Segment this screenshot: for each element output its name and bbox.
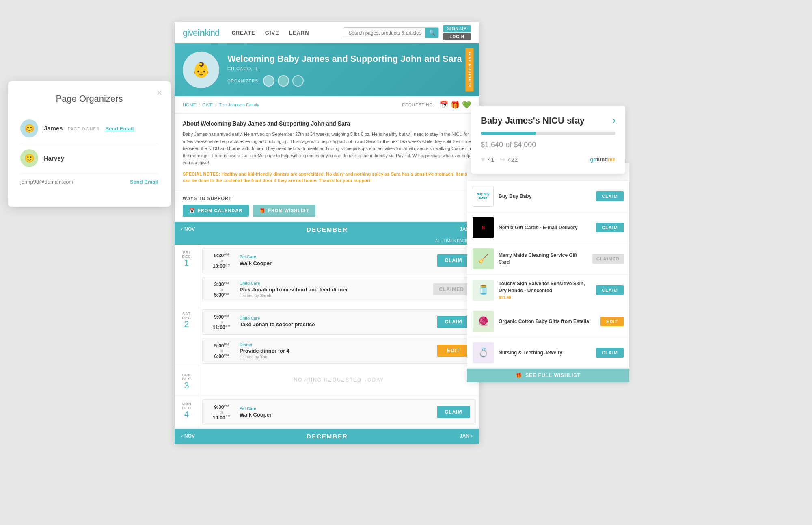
breadcrumb-give[interactable]: GIVE: [202, 102, 213, 107]
send-email-james[interactable]: Send Email: [105, 126, 134, 132]
claim-button-1[interactable]: CLAIM: [437, 254, 470, 267]
wishlist-claim-btn-2[interactable]: CLAIM: [596, 223, 624, 232]
wishlist-item-name-2: Netflix Gift Cards - E-mail Delivery: [499, 224, 591, 231]
gfm-chevron-icon[interactable]: ›: [613, 115, 615, 126]
logo: giveinkind: [183, 28, 219, 38]
organizer-row-james: 😊 James PAGE OWNER Send Email: [20, 114, 158, 143]
gfm-logo-me: me: [608, 156, 615, 163]
day-row-3: SUNDEC 3 NOTHING REQUESTED TODAY: [175, 367, 479, 396]
event-category-4: Dinner: [240, 343, 432, 347]
heart-icon: 💚: [462, 100, 471, 109]
breadcrumb-sep-2: /: [215, 102, 216, 107]
claim-button-2[interactable]: CLAIM: [437, 316, 470, 328]
nav-create[interactable]: CREATE: [231, 30, 255, 36]
wishlist-item-name-1: Buy Buy Baby: [499, 193, 591, 200]
wishlist-edit-btn-5[interactable]: EDIT: [600, 317, 624, 326]
event-claimed-by-4: claimed by You: [240, 355, 432, 359]
time-start-2: 3:30PM: [208, 281, 235, 287]
wishlist-panel: WISHLIST JAN › buy buyBABY Buy Buy Baby …: [467, 163, 629, 382]
organizers-modal: ✕ Page Organizers 😊 James PAGE OWNER Sen…: [8, 81, 171, 207]
cal-month: DECEMBER: [307, 226, 348, 233]
event-category-1: Pet Care: [240, 255, 432, 259]
login-button[interactable]: LOGIN: [443, 33, 471, 40]
organizer-row-jenn: jennp98@domain.com Send Email: [20, 173, 158, 191]
wishlist-claim-btn-6[interactable]: CLAIM: [596, 348, 624, 358]
gfm-shares: ↪ 422: [500, 156, 518, 163]
nav-actions: SIGN-UP LOGIN: [443, 25, 471, 40]
event-time-5: 9:30PM to 10:00AM: [208, 404, 235, 421]
feedback-tab[interactable]: GIVE FEEDBACK: [465, 48, 473, 91]
event-time-3: 9:00AM to 11:00AM: [208, 314, 235, 330]
event-details-5: Pet Care Walk Cooper: [240, 406, 432, 418]
event-details-4: Dinner Provide dinner for 4 claimed by Y…: [240, 343, 432, 359]
see-full-wishlist-button[interactable]: 🎁 SEE FULL WISHLIST: [467, 369, 629, 382]
wishlist-item-name-4: Touchy Skin Salve for Sensitive Skin, Dr…: [499, 280, 591, 294]
organizers-label: ORGANIZERS:: [227, 79, 260, 83]
nothing-today: NOTHING REQUESTED TODAY: [202, 371, 476, 389]
breadcrumb-family[interactable]: The Johnson Family: [219, 102, 259, 107]
wishlist-thumb-4: 🫙: [473, 280, 494, 301]
wishlist-thumb-2: N: [473, 217, 494, 238]
requesting-label: REQUESTING:: [402, 103, 434, 107]
day-row-1: FRIDEC 1 9:30AM to 10:00AM Pet Care Walk…: [175, 245, 479, 306]
signup-button[interactable]: SIGN-UP: [443, 25, 471, 32]
time-end-1: 10:00AM: [208, 263, 235, 269]
from-wishlist-button[interactable]: 🎁 FROM WISHLIST: [253, 205, 315, 217]
special-notes-label: SPECIAL NOTES:: [183, 171, 220, 176]
wishlist-claim-btn-4[interactable]: CLAIM: [596, 285, 624, 295]
event-title-4: Provide dinner for 4: [240, 348, 432, 354]
modal-close-button[interactable]: ✕: [156, 89, 162, 98]
time-sep-5: to: [208, 410, 235, 414]
avatar-1: [263, 75, 274, 87]
gfm-goal: $4,000: [514, 141, 536, 149]
claim-button-4[interactable]: CLAIM: [437, 406, 470, 418]
special-notes: SPECIAL NOTES: Healthy and kid-friendly …: [183, 171, 471, 184]
wishlist-item-text-3: Merry Maids Cleaning Service Gift Card: [499, 252, 587, 266]
gfm-footer: ♥ 41 ↪ 422 gofundme: [481, 155, 615, 164]
time-sep-2: to: [208, 287, 235, 292]
nav-give[interactable]: GIVE: [265, 30, 279, 36]
day-events-1: 9:30AM to 10:00AM Pet Care Walk Cooper C…: [199, 245, 479, 306]
organizers-row: ORGANIZERS:: [227, 75, 462, 87]
hero-title: Welcoming Baby James and Supporting John…: [227, 53, 462, 65]
wishlist-item-3: 🧹 Merry Maids Cleaning Service Gift Card…: [467, 243, 629, 275]
day-label-2: SATDEC 2: [175, 306, 199, 367]
time-end-5: 10:00AM: [208, 414, 235, 421]
calendar-icon: 📅: [439, 100, 448, 109]
time-end-2: 5:30PM: [208, 292, 235, 298]
event-details-2: Child Care Pick Jonah up from school and…: [240, 281, 428, 298]
gfm-title: Baby James's NICU stay: [481, 115, 585, 126]
wishlist-claim-btn-1[interactable]: CLAIM: [596, 191, 624, 201]
day-events-2: 9:00AM to 11:00AM Child Care Take Jonah …: [199, 306, 479, 367]
search-input[interactable]: [344, 28, 425, 38]
wishlist-thumb-3: 🧹: [473, 248, 494, 269]
wishlist-item-6: 💍 Nursing & Teething Jewelry CLAIM: [467, 337, 629, 369]
ways-title: WAYS TO SUPPORT: [183, 196, 471, 201]
edit-button-1[interactable]: EDIT: [437, 345, 470, 357]
cal-prev-button[interactable]: ‹ NOV: [181, 226, 195, 232]
nav-learn[interactable]: LEARN: [289, 30, 309, 36]
cal-bottom-next[interactable]: JAN ›: [460, 433, 473, 439]
day-num-4: 4: [178, 410, 195, 419]
calendar-nav: ‹ NOV DECEMBER JAN ›: [175, 222, 479, 237]
wishlist-thumb-5: 🧶: [473, 311, 494, 332]
day-label-4: MONDEC 4: [175, 396, 199, 428]
event-card-soccer: 9:00AM to 11:00AM Child Care Take Jonah …: [202, 309, 476, 335]
about-body: Baby James has arrived early! He arrived…: [183, 131, 471, 167]
cal-bottom-prev[interactable]: ‹ NOV: [181, 433, 195, 439]
see-wishlist-label: SEE FULL WISHLIST: [525, 373, 580, 378]
event-time-4: 5:00PM to 6:00PM: [208, 343, 235, 359]
time-start-3: 9:00AM: [208, 314, 235, 320]
james-badge: PAGE OWNER: [68, 127, 99, 131]
wishlist-item-1: buy buyBABY Buy Buy Baby CLAIM: [467, 181, 629, 212]
about-section: About Welcoming Baby James and Supportin…: [175, 114, 479, 191]
wishlist-btn-icon: 🎁: [259, 208, 266, 213]
from-calendar-button[interactable]: 📅 FROM CALENDAR: [183, 205, 249, 217]
event-time-1: 9:30AM to 10:00AM: [208, 252, 235, 269]
time-start-1: 9:30AM: [208, 252, 235, 258]
breadcrumb-home[interactable]: HOME: [183, 102, 196, 107]
search-button[interactable]: 🔍: [425, 28, 438, 38]
day-row-4: MONDEC 4 9:30PM to 10:00AM Pet Care Walk…: [175, 396, 479, 429]
organizer-avatar-harvey: 🙂: [20, 149, 38, 167]
send-email-jenn[interactable]: Send Email: [130, 179, 158, 185]
